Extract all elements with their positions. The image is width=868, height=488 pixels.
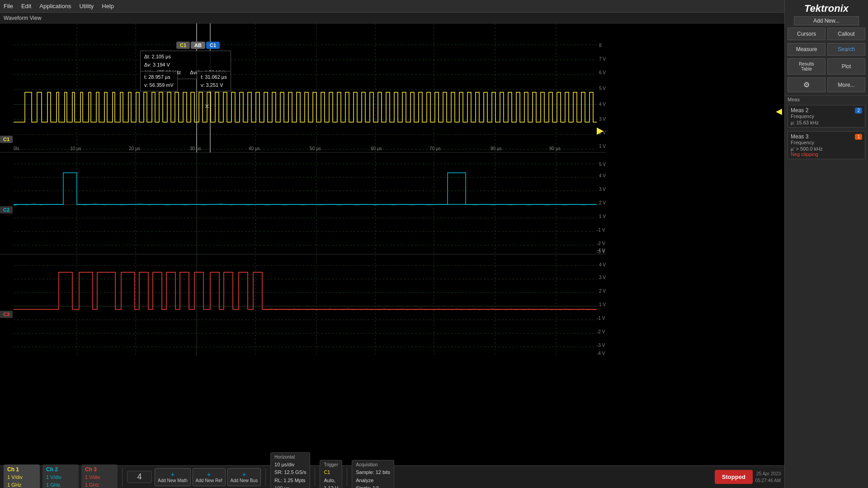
ch2-freq: 1 GHz bbox=[46, 481, 75, 488]
v3-n2: -2 V bbox=[597, 329, 605, 334]
time-40: 40 µs bbox=[249, 146, 260, 151]
right-btn-row-1: Cursors Callout bbox=[785, 26, 868, 42]
acq-number: 4 bbox=[127, 471, 152, 483]
v-8: 8 bbox=[599, 43, 602, 48]
ch3-vdiv: 1 V/div bbox=[85, 474, 114, 481]
main-oscilloscope-area: Waveform View C1 AB C1 T Δt: 2.105 µs Δv… bbox=[0, 13, 784, 465]
ch1-vdiv: 1 V/div bbox=[7, 474, 36, 481]
trigger-block[interactable]: Trigger C1 Auto, 1.12 V bbox=[320, 460, 342, 488]
ch-tab-c1-blue[interactable]: C1 bbox=[206, 42, 220, 49]
meas2-title-row: Meas 2 2 bbox=[791, 107, 862, 114]
channel-tabs: C1 AB C1 bbox=[176, 42, 220, 49]
more-button[interactable]: More... bbox=[827, 77, 865, 92]
add-ref-plus-icon: + bbox=[207, 471, 211, 478]
ch1-name: Ch 1 bbox=[7, 465, 36, 474]
date-time-block: 25 Apr 2023 05:27:46 AM bbox=[755, 470, 781, 484]
meas2-type: Frequency bbox=[791, 114, 862, 119]
ch3-label-text: C3 bbox=[3, 312, 9, 317]
right-btn-row-2: Measure Search bbox=[785, 42, 868, 57]
meas3-badge: 1 bbox=[855, 134, 862, 140]
separator-4 bbox=[347, 468, 347, 486]
time-80: 80 µs bbox=[491, 146, 502, 151]
ch1-freq: 1 GHz bbox=[7, 481, 36, 488]
waveform-canvas[interactable]: C1 AB C1 T Δt: 2.105 µs Δv: 3.194 V 1/Δt… bbox=[0, 24, 784, 465]
meas3-block[interactable]: Meas 3 1 Frequency µ' > 500.0 kHz Neg cl… bbox=[788, 131, 865, 159]
trigger-mode: Auto, bbox=[324, 477, 338, 485]
ch3-info[interactable]: Ch 3 1 V/div 1 GHz bbox=[81, 464, 118, 488]
v3-1: 1 V bbox=[599, 302, 606, 307]
separator-1 bbox=[122, 468, 123, 486]
add-ref-button[interactable]: + Add New Ref bbox=[193, 468, 226, 486]
acq-analyze: Analyze bbox=[356, 477, 390, 485]
meas-section-label: Meas bbox=[785, 95, 868, 103]
add-buttons: + Add New Math + Add New Ref + Add New B… bbox=[155, 468, 261, 486]
time-0: 0ls bbox=[14, 146, 19, 151]
v2-n1: -1 V bbox=[597, 227, 605, 232]
time-50: 50 µs bbox=[310, 146, 321, 151]
add-bus-button[interactable]: + Add New Bus bbox=[227, 468, 261, 486]
ch-tab-c1-yellow[interactable]: C1 bbox=[176, 42, 190, 49]
add-math-button[interactable]: + Add New Math bbox=[155, 468, 191, 486]
menu-edit[interactable]: Edit bbox=[21, 3, 31, 9]
cursor-dt: Δt: 2.105 µs bbox=[144, 53, 227, 61]
ch2-info[interactable]: Ch 2 1 V/div 1 GHz bbox=[42, 464, 79, 488]
search-button[interactable]: Search bbox=[827, 43, 865, 56]
meas2-value: µ: 15.63 kHz bbox=[791, 120, 862, 125]
meas3-title: Meas 3 bbox=[791, 133, 808, 140]
cursor-a-t: t: 28.957 µs bbox=[144, 73, 174, 81]
stop-button[interactable]: Stopped bbox=[715, 470, 753, 484]
callout-button[interactable]: Callout bbox=[827, 28, 865, 40]
meas3-type: Frequency bbox=[791, 140, 862, 145]
v2-3: 3 V bbox=[599, 187, 606, 192]
acq-num-value: 4 bbox=[137, 472, 142, 482]
horizontal-block[interactable]: Horizontal 10 µs/div SR: 12.5 GS/s RL: 1… bbox=[270, 452, 310, 488]
acq-single: Single: 1/1 bbox=[356, 484, 390, 488]
acq-sample: Sample: 12 bits bbox=[356, 469, 390, 477]
icon-settings-button[interactable]: ⚙ bbox=[788, 77, 826, 92]
acquisition-block[interactable]: Acquisition Sample: 12 bits Analyze Sing… bbox=[352, 460, 394, 488]
meas3-title-row: Meas 3 1 bbox=[791, 133, 862, 140]
menu-help[interactable]: Help bbox=[102, 3, 114, 9]
v-5: 5 V bbox=[599, 86, 606, 91]
meas2-title: Meas 2 bbox=[791, 107, 808, 114]
results-table-button[interactable]: ResultsTable bbox=[788, 58, 826, 75]
v3-2: 2 V bbox=[599, 289, 606, 294]
v-3: 3 V bbox=[599, 117, 606, 122]
meas2-block[interactable]: Meas 2 2 Frequency µ: 15.63 kHz ◀ bbox=[788, 105, 865, 128]
menu-applications[interactable]: Applications bbox=[39, 3, 71, 9]
menu-utility[interactable]: Utility bbox=[79, 3, 94, 9]
date: 25 Apr 2023 bbox=[755, 470, 781, 477]
cursors-button[interactable]: Cursors bbox=[788, 28, 826, 40]
v-6: 6 V bbox=[599, 70, 606, 75]
waveform-svg: C1 0ls 10 µs 20 µs 30 µs 40 µs 50 µs 60 … bbox=[0, 24, 784, 465]
time-60: 60 µs bbox=[371, 146, 382, 151]
waveform-title: Waveform View bbox=[0, 13, 784, 24]
meas3-warning: Neg clipping bbox=[791, 152, 862, 157]
cursor-a-v: v: 56.359 mV bbox=[144, 81, 174, 90]
cursor-a-box: t: 28.957 µs v: 56.359 mV bbox=[140, 71, 178, 91]
ch1-label-text: C1 bbox=[3, 137, 9, 142]
cursor-b-box: t: 31.062 µs v: 3.251 V bbox=[197, 71, 231, 91]
horizontal-sr: SR: 12.5 GS/s bbox=[274, 469, 306, 477]
add-ref-label: Add New Ref bbox=[196, 478, 222, 483]
time-30: 30 µs bbox=[190, 146, 201, 151]
meas2-badge: 2 bbox=[855, 108, 862, 114]
ch-tab-ab[interactable]: AB bbox=[191, 42, 205, 49]
ch1-info[interactable]: Ch 1 1 V/div 1 GHz bbox=[4, 464, 40, 488]
v2-n2: -2 V bbox=[597, 241, 605, 246]
add-new-button[interactable]: Add New... bbox=[794, 16, 859, 25]
menubar: File Edit Applications Utility Help bbox=[0, 0, 868, 13]
v2-n4: -4 V bbox=[597, 248, 605, 253]
separator-3 bbox=[315, 468, 315, 486]
time-10: 10 µs bbox=[70, 146, 81, 151]
menu-file[interactable]: File bbox=[4, 3, 13, 9]
right-btn-row-3: ResultsTable Plot bbox=[785, 57, 868, 76]
cursor-dv: Δv: 3.194 V bbox=[144, 61, 227, 69]
plot-button[interactable]: Plot bbox=[827, 58, 865, 75]
tektronix-brand: Tektronix bbox=[785, 0, 868, 15]
measure-button[interactable]: Measure bbox=[788, 43, 826, 56]
horizontal-label: Horizontal bbox=[274, 454, 306, 461]
add-math-label: Add New Math bbox=[158, 478, 188, 483]
ch3-name: Ch 3 bbox=[85, 465, 114, 474]
trigger-label: Trigger bbox=[324, 461, 338, 469]
